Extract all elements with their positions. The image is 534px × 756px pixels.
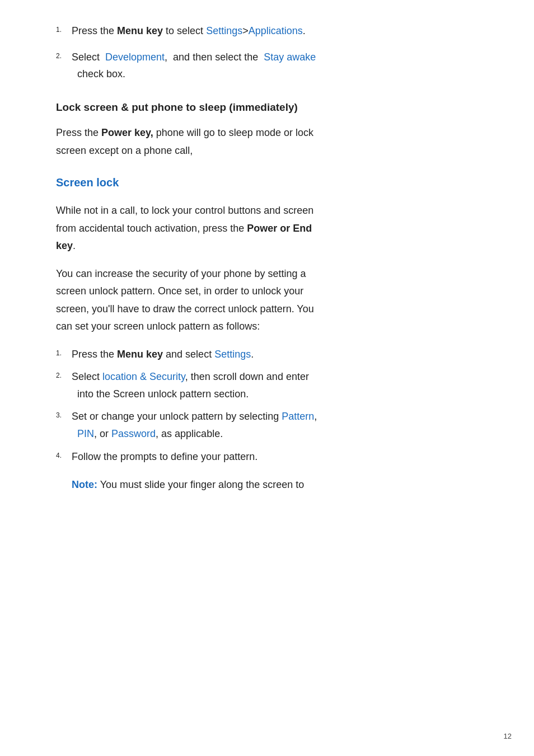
sub-list-item-3: 3. Set or change your unlock pattern by … xyxy=(56,408,489,442)
applications-link[interactable]: Applications xyxy=(249,25,303,36)
screen-lock-heading: Screen lock xyxy=(56,173,489,192)
settings-link-2[interactable]: Settings xyxy=(214,349,251,360)
sub-list-number-3: 3. xyxy=(56,408,72,425)
key-bold: key xyxy=(56,240,73,251)
list-number-2: 2. xyxy=(56,49,72,65)
power-key-bold: Power key, xyxy=(101,127,153,138)
menu-key-bold-1: Menu key xyxy=(117,25,163,36)
page-container: 1. Press the Menu key to select Settings… xyxy=(0,0,534,538)
list-text-1: Press the Menu key to select Settings>Ap… xyxy=(72,22,489,40)
sub-list-text-3: Set or change your unlock pattern by sel… xyxy=(72,408,489,442)
pattern-link[interactable]: Pattern xyxy=(282,411,314,422)
lock-screen-paragraph: Press the Power key, phone will go to sl… xyxy=(56,124,489,159)
sub-list-text-4: Follow the prompts to define your patter… xyxy=(72,448,489,466)
note-text: You must slide your finger along the scr… xyxy=(97,479,304,490)
sub-list-number-1: 1. xyxy=(56,346,72,363)
list-item-2: 2. Select Development, and then select t… xyxy=(56,49,489,83)
note-label: Note: xyxy=(72,479,97,490)
settings-link-1[interactable]: Settings xyxy=(206,25,242,36)
menu-key-bold-2: Menu key xyxy=(117,349,163,360)
lock-screen-heading: Lock screen & put phone to sleep (immedi… xyxy=(56,98,489,116)
list-item-1: 1. Press the Menu key to select Settings… xyxy=(56,22,489,40)
screen-lock-paragraph-1: While not in a call, to lock your contro… xyxy=(56,202,489,255)
stay-awake-link[interactable]: Stay awake xyxy=(264,51,316,63)
sub-list-number-2: 2. xyxy=(56,368,72,385)
pin-link[interactable]: PIN xyxy=(77,428,94,439)
page-number: 12 xyxy=(504,730,512,743)
sub-list-item-1: 1. Press the Menu key and select Setting… xyxy=(56,346,489,363)
sub-list-text-1: Press the Menu key and select Settings. xyxy=(72,346,489,363)
password-link[interactable]: Password xyxy=(111,428,156,439)
sub-list-item-4: 4. Follow the prompts to define your pat… xyxy=(56,448,489,466)
sub-list-item-2: 2. Select location & Security, then scro… xyxy=(56,368,489,402)
sub-list-number-4: 4. xyxy=(56,448,72,465)
screen-lock-paragraph-2: You can increase the security of your ph… xyxy=(56,265,489,336)
power-end-key-bold: Power or End xyxy=(247,223,312,234)
list-text-2: Select Development, and then select the … xyxy=(72,49,489,83)
sub-list-text-2: Select location & Security, then scroll … xyxy=(72,368,489,402)
development-link[interactable]: Development xyxy=(105,51,165,63)
note-paragraph: Note: You must slide your finger along t… xyxy=(72,476,489,494)
location-security-link[interactable]: location & Security xyxy=(102,371,185,382)
list-number-1: 1. xyxy=(56,22,72,39)
